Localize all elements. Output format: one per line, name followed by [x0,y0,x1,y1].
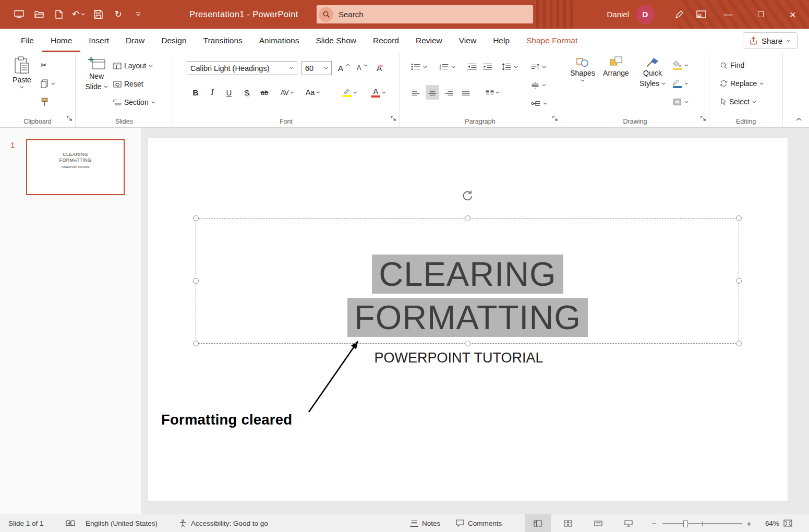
close-button[interactable]: × [777,0,809,29]
comments-button[interactable]: Comments [456,514,502,532]
minimize-button[interactable]: — [712,0,744,29]
tab-shape-format[interactable]: Shape Format [518,29,586,52]
view-slideshow-button[interactable] [615,514,642,532]
language-indicator[interactable]: English (United States) [86,514,158,532]
zoom-percentage[interactable]: 64% [756,514,779,532]
paste-button[interactable]: Paste [7,56,37,89]
slide-thumbnail[interactable]: CLEARING FORMATTING POWERPOINT TUTORIAL [26,139,125,195]
tab-file[interactable]: File [13,29,42,52]
clear-formatting-button[interactable]: A [377,61,382,75]
collapse-ribbon-button[interactable] [796,114,802,123]
arrange-button[interactable]: Arrange [600,56,632,78]
shapes-button[interactable]: Shapes [569,56,597,82]
convert-to-smartart-button[interactable] [531,96,547,111]
resize-handle-middle-left[interactable] [193,278,199,284]
tab-record[interactable]: Record [365,29,407,52]
tab-review[interactable]: Review [407,29,451,52]
align-center-button[interactable] [426,85,439,100]
tab-insert[interactable]: Insert [80,29,117,52]
section-button[interactable]: Section [113,95,155,110]
shape-fill-button[interactable] [673,58,689,72]
resize-handle-top-left[interactable] [193,215,199,221]
drawing-dialog-launcher[interactable] [701,115,706,123]
customize-quick-access-button[interactable] [129,4,147,26]
presenter-view-button[interactable] [690,0,712,29]
font-size-combobox[interactable]: 60 [301,61,332,75]
view-normal-button[interactable] [525,514,551,532]
spellcheck-button[interactable] [66,514,75,532]
tab-design[interactable]: Design [153,29,195,52]
start-slideshow-button[interactable] [10,4,28,26]
decrease-indent-button[interactable] [467,59,477,74]
strikethrough-button[interactable]: ab [257,85,272,100]
undo-button[interactable]: ↶ [70,4,87,26]
slide-indicator[interactable]: Slide 1 of 1 [8,514,44,532]
font-family-combobox[interactable]: Calibri Light (Headings) [187,61,297,75]
share-button[interactable]: Share [743,32,798,49]
underline-button[interactable]: U [222,85,236,100]
zoom-in-button[interactable]: + [745,514,753,532]
tab-transitions[interactable]: Transitions [195,29,251,52]
tab-draw[interactable]: Draw [117,29,153,52]
increase-font-size-button[interactable]: A [338,61,350,75]
bold-button[interactable]: B [189,85,202,100]
shape-effects-button[interactable] [673,94,689,109]
find-button[interactable]: Find [720,58,744,72]
select-button[interactable]: Select [720,94,756,109]
reset-button[interactable]: Reset [113,77,143,91]
format-painter-button[interactable] [41,94,49,109]
change-case-button[interactable]: Aa [303,85,323,100]
font-dialog-launcher[interactable] [391,115,396,123]
resize-handle-middle-right[interactable] [736,278,742,284]
increase-indent-button[interactable] [483,59,492,74]
notes-button[interactable]: Notes [410,514,440,532]
resize-handle-bottom-right[interactable] [736,341,742,346]
zoom-out-button[interactable]: − [650,514,658,532]
open-file-button[interactable] [30,4,47,26]
zoom-slider[interactable] [662,523,742,524]
numbering-button[interactable]: 1 2 3 [439,59,455,74]
tab-animations[interactable]: Animations [251,29,308,52]
maximize-button[interactable] [744,0,777,29]
resize-handle-bottom-middle[interactable] [465,341,470,346]
font-color-button[interactable]: A [367,85,390,100]
layout-button[interactable]: Layout [113,58,153,73]
accessibility-status[interactable]: Accessibility: Good to go [191,514,268,532]
redo-button[interactable]: ↻ [110,4,127,26]
paragraph-dialog-launcher[interactable] [552,115,558,123]
view-slide-sorter-button[interactable] [555,514,581,532]
quick-styles-button[interactable]: Quick Styles [637,56,668,88]
cut-button[interactable]: ✂ [41,58,47,72]
columns-button[interactable] [482,85,503,100]
tab-help[interactable]: Help [485,29,518,52]
align-right-button[interactable] [442,85,456,100]
clipboard-dialog-launcher[interactable] [67,115,73,123]
justify-button[interactable] [459,85,473,100]
text-shadow-button[interactable]: S [240,85,253,100]
shape-outline-button[interactable] [673,76,689,91]
save-button[interactable] [90,4,107,26]
slide-subtitle[interactable]: POWERPOINT TUTORIAL [148,350,770,366]
new-slide-button[interactable]: New Slide [81,56,112,91]
copy-button[interactable] [41,76,55,91]
resize-handle-top-middle[interactable] [465,215,470,221]
rotate-handle[interactable] [461,190,474,202]
resize-handle-top-right[interactable] [736,215,742,221]
character-spacing-button[interactable]: AV [277,85,297,100]
textbox-selection[interactable] [196,218,739,344]
inking-button[interactable] [668,0,690,29]
bullets-button[interactable] [411,59,427,74]
replace-button[interactable]: Replace [720,76,764,91]
view-reading-button[interactable] [585,514,611,532]
text-highlight-color-button[interactable] [338,85,362,100]
tab-home[interactable]: Home [42,29,80,52]
zoom-slider-thumb[interactable] [683,520,688,527]
search-box[interactable]: Search [317,5,533,23]
tab-view[interactable]: View [451,29,485,52]
tab-slide-show[interactable]: Slide Show [307,29,365,52]
user-avatar[interactable]: D [636,5,655,24]
line-spacing-button[interactable] [502,59,518,74]
new-file-button[interactable] [50,4,67,26]
resize-handle-bottom-left[interactable] [193,341,199,346]
decrease-font-size-button[interactable]: A [357,61,368,75]
